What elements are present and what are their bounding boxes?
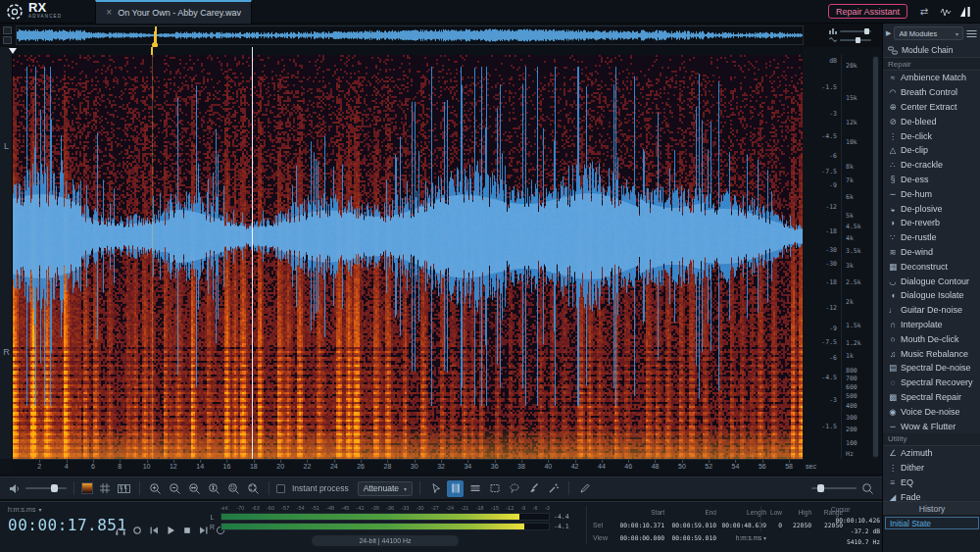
horizontal-zoom-icon[interactable] — [859, 480, 876, 497]
zoom-selection-icon[interactable] — [225, 480, 242, 497]
compare-icon[interactable]: ⇄ — [915, 4, 933, 20]
zoom-time-icon[interactable] — [186, 480, 203, 497]
module-item[interactable]: ◌ Spectral Recovery — [883, 376, 980, 390]
zoom-fit-icon[interactable] — [245, 480, 262, 497]
sel-row-label: Sel — [593, 522, 612, 528]
top-bar: RX ADVANCED × On Your Own - Abby Carey.w… — [0, 0, 980, 24]
module-item[interactable]: ∩ Interpolate — [883, 318, 980, 332]
high-value[interactable]: 22050 — [786, 522, 811, 528]
module-label: Wow & Flutter — [901, 422, 956, 431]
history-header[interactable]: History — [883, 502, 980, 515]
module-item[interactable]: ⋮ De-click — [883, 128, 980, 143]
module-item[interactable]: ∵ De-rustle — [883, 230, 980, 245]
frequency-tick-label: 2k — [846, 298, 854, 306]
draw-pencil-tool-icon[interactable] — [576, 480, 593, 497]
panel-menu-icon[interactable] — [966, 29, 977, 38]
module-item[interactable]: ♩ Guitar De-noise — [883, 303, 980, 318]
frequency-tick-label: 3.5k — [846, 247, 861, 255]
module-item[interactable]: ∠ Azimuth — [883, 446, 980, 461]
module-item[interactable]: ≈ Ambience Match — [883, 71, 980, 85]
module-item[interactable]: ◡ Dialogue Contour — [883, 274, 980, 288]
module-item[interactable]: ≋ De-wind — [883, 245, 980, 260]
sel-length-field[interactable]: 00:00:48.639 — [719, 522, 766, 528]
waveform-opacity-slider[interactable] — [840, 39, 871, 41]
module-item[interactable]: ⊘ De-bleed — [883, 114, 980, 128]
frequency-selection-tool-icon[interactable] — [466, 480, 483, 497]
module-item[interactable]: ◠ Breath Control — [883, 85, 980, 100]
spectrogram-canvas[interactable] — [13, 55, 803, 459]
module-item[interactable]: § De-ess — [883, 173, 980, 187]
magic-wand-tool-icon[interactable] — [545, 480, 562, 497]
module-item[interactable]: ♫ Music Rebalance — [883, 346, 980, 361]
file-tab[interactable]: × On Your Own - Abby Carey.wav — [95, 0, 252, 24]
vertical-scrollbar[interactable] — [872, 55, 879, 459]
module-item[interactable]: ⋮ Dither — [883, 461, 980, 476]
frequency-ruler[interactable]: 20k15k12k10k8k7k6k5k4.5k4k3.5k3k2.5k2k1.… — [841, 55, 870, 459]
view-end-field[interactable]: 00:00:59.010 — [667, 534, 716, 541]
history-item[interactable]: Initial State — [885, 517, 979, 529]
brush-tool-icon[interactable] — [525, 480, 542, 497]
module-chain-item[interactable]: Module Chain — [883, 43, 980, 58]
pointer-tool-icon[interactable] — [427, 480, 444, 497]
waveform-stats-icon[interactable] — [937, 4, 955, 20]
time-ruler[interactable]: 2468101214161820222426283032343638404244… — [13, 459, 803, 474]
module-filter-dropdown[interactable]: All Modules ▾ — [894, 26, 963, 40]
lasso-tool-icon[interactable] — [506, 480, 522, 497]
tab-title: On Your Own - Abby Carey.wav — [118, 8, 241, 18]
overview-cursor-marker[interactable] — [154, 31, 156, 45]
view-start-field[interactable]: 00:00:00.000 — [615, 534, 664, 541]
output-volume-slider[interactable] — [25, 487, 67, 489]
module-item[interactable]: ○ Mouth De-click — [883, 331, 980, 346]
module-item[interactable]: ∴ De-crackle — [883, 158, 980, 173]
zoom-frequency-icon[interactable] — [206, 480, 222, 497]
cursor-marker[interactable] — [151, 47, 153, 55]
amplitude-ruler[interactable]: dB-1.5-3-4.5-6-7.5-9-12-18-30-30-18-12-9… — [804, 55, 840, 459]
play-button[interactable] — [164, 524, 176, 536]
module-item[interactable]: ▤ Spectral De-noise — [883, 361, 980, 376]
monitor-headphones-icon[interactable] — [114, 524, 126, 536]
module-item[interactable]: ∽ Wow & Flutter — [883, 419, 980, 433]
module-item[interactable]: ≡ EQ — [883, 476, 980, 490]
channel-left-tab[interactable]: L — [0, 141, 13, 151]
module-item[interactable]: ◒ De-plosive — [883, 201, 980, 216]
time-format-dropdown[interactable]: h:m:s.ms ▾ — [8, 506, 127, 513]
module-item[interactable]: ◉ Voice De-noise — [883, 404, 980, 419]
frequency-tick-label: 700 — [846, 375, 858, 382]
horizontal-zoom-slider[interactable] — [811, 487, 857, 489]
zoom-out-icon[interactable] — [167, 480, 183, 497]
repair-assistant-button[interactable]: Repair Assistant — [828, 4, 907, 19]
channel-right-tab[interactable]: R — [0, 347, 13, 357]
sel-start-field[interactable]: 00:00:10.371 — [615, 522, 664, 528]
output-volume-icon[interactable] — [6, 480, 23, 497]
low-value[interactable]: 0 — [766, 522, 782, 528]
display-grid-icon[interactable] — [96, 480, 113, 497]
go-to-start-button[interactable] — [147, 524, 160, 536]
spectrogram-settings-icon[interactable] — [81, 482, 93, 494]
marker-lane[interactable] — [13, 47, 803, 55]
overview-display-toggle-icon[interactable] — [3, 26, 12, 34]
module-item[interactable]: ▦ Deconstruct — [883, 259, 980, 274]
amplitude-tick-label: -6 — [829, 354, 837, 362]
time-frequency-selection-tool-icon[interactable] — [486, 480, 503, 497]
time-format-dropdown-small[interactable]: h:m:s.ms ▾ — [719, 534, 766, 541]
instant-process-checkbox[interactable] — [276, 484, 285, 493]
overview-waveform[interactable] — [16, 25, 804, 45]
midi-keyboard-icon[interactable] — [116, 480, 132, 497]
module-item[interactable]: ◖ Dialogue Isolate — [883, 288, 980, 303]
overview-zoom-toggle-icon[interactable] — [3, 36, 12, 44]
module-item[interactable]: ▩ Spectral Repair — [883, 390, 980, 405]
module-item[interactable]: ◗ De-reverb — [883, 216, 980, 230]
process-mode-dropdown[interactable]: Attenuate ▾ — [358, 481, 413, 496]
record-button[interactable] — [130, 524, 143, 536]
stop-button[interactable] — [180, 524, 193, 536]
sel-end-field[interactable]: 00:00:59.010 — [667, 522, 716, 528]
start-marker-icon[interactable] — [9, 48, 17, 54]
time-selection-tool-icon[interactable] — [447, 480, 464, 497]
zoom-in-icon[interactable] — [147, 480, 164, 497]
tab-close-icon[interactable]: × — [106, 7, 112, 18]
spectrogram-opacity-slider[interactable] — [840, 30, 871, 32]
module-item[interactable]: ∼ De-hum — [883, 186, 980, 201]
preview-play-icon[interactable]: ▶ — [886, 29, 891, 37]
module-item[interactable]: △ De-clip — [883, 143, 980, 158]
module-item[interactable]: ⊕ Center Extract — [883, 100, 980, 115]
